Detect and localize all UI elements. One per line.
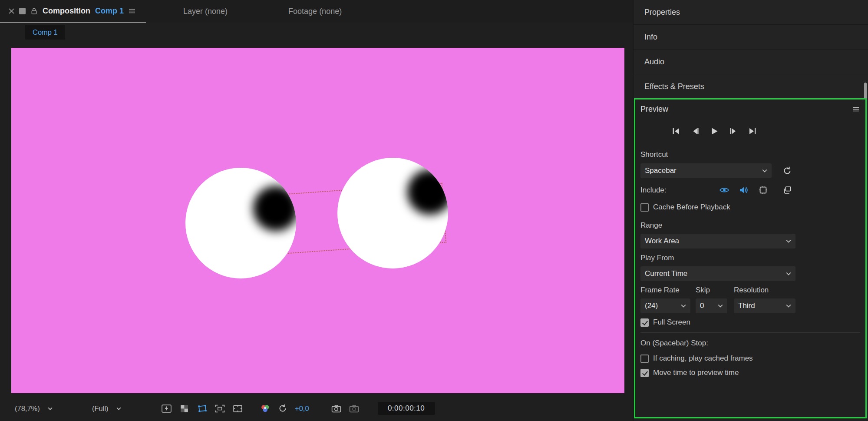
- viewer-toolbar: (78,7%) (Full): [11, 400, 624, 417]
- if-caching-checkbox[interactable]: [640, 355, 649, 363]
- reset-exposure-icon[interactable]: [277, 403, 288, 414]
- comp-tab[interactable]: Comp 1: [25, 25, 65, 40]
- after-effects-window: Composition Comp 1 Layer (none) Footage …: [0, 0, 868, 421]
- panel-properties[interactable]: Properties: [634, 0, 868, 25]
- resolution-dropdown[interactable]: (Full): [89, 404, 135, 413]
- preview-panel: Preview Sh: [634, 98, 867, 418]
- play-icon[interactable]: [710, 127, 719, 136]
- show-snapshot-icon[interactable]: [349, 403, 360, 414]
- pupil-right: [407, 169, 448, 215]
- lock-icon[interactable]: [30, 7, 38, 15]
- composition-canvas[interactable]: [11, 48, 624, 393]
- video-eye-icon[interactable]: [719, 185, 729, 195]
- go-to-end-icon[interactable]: [748, 127, 757, 136]
- chevron-down-icon: [786, 304, 791, 308]
- shortcut-dropdown[interactable]: Spacebar: [640, 163, 772, 178]
- on-stop-label: On (Spacebar) Stop:: [640, 339, 708, 348]
- pupil-left: [253, 186, 296, 231]
- menu-icon[interactable]: [129, 8, 135, 14]
- move-time-checkbox[interactable]: [640, 369, 649, 377]
- move-time-row[interactable]: Move time to preview time: [640, 368, 739, 377]
- fast-previews-icon[interactable]: [161, 403, 172, 414]
- transport-controls: [671, 127, 757, 136]
- tab-layer[interactable]: Layer (none): [183, 0, 228, 23]
- panel-info[interactable]: Info: [634, 25, 868, 50]
- previous-frame-icon[interactable]: [690, 127, 700, 136]
- preview-resolution-dropdown[interactable]: Third: [734, 298, 795, 313]
- play-from-label: Play From: [640, 254, 674, 262]
- go-to-start-icon[interactable]: [671, 127, 681, 136]
- resolution-label: Resolution: [734, 286, 769, 295]
- play-from-value: Current Time: [645, 269, 687, 278]
- exposure-value[interactable]: +0,0: [295, 404, 309, 413]
- panel-menu-icon[interactable]: [852, 106, 859, 112]
- overlays-icon[interactable]: [758, 185, 768, 195]
- move-time-label: Move time to preview time: [653, 368, 739, 377]
- skip-value: 0: [700, 302, 704, 310]
- audio-speaker-icon[interactable]: [739, 185, 748, 195]
- panel-icon: [19, 8, 26, 14]
- if-caching-row[interactable]: If caching, play cached frames: [640, 354, 753, 363]
- frame-rate-value: (24): [645, 302, 658, 310]
- chevron-down-icon: [718, 304, 723, 308]
- grid-guides-icon[interactable]: [232, 403, 243, 414]
- play-from-dropdown[interactable]: Current Time: [640, 266, 795, 281]
- transparency-grid-icon[interactable]: [178, 403, 190, 414]
- cache-before-playback-row[interactable]: Cache Before Playback: [640, 203, 730, 212]
- zoom-dropdown[interactable]: (78,7%): [11, 404, 66, 413]
- layers-icon[interactable]: [782, 185, 792, 195]
- show-channel-icon[interactable]: [259, 403, 271, 414]
- chevron-down-icon: [762, 169, 767, 172]
- region-of-interest-icon[interactable]: [214, 403, 225, 414]
- chevron-down-icon: [786, 239, 791, 243]
- tab-footage[interactable]: Footage (none): [288, 0, 342, 23]
- tab-composition-name: Comp 1: [95, 7, 124, 16]
- range-value: Work Area: [645, 237, 679, 245]
- chevron-down-icon: [48, 407, 53, 410]
- range-dropdown[interactable]: Work Area: [640, 234, 795, 249]
- shortcut-label: Shortcut: [640, 150, 668, 159]
- panel-audio[interactable]: Audio: [634, 50, 868, 74]
- range-label: Range: [640, 221, 662, 230]
- full-screen-label: Full Screen: [653, 318, 690, 327]
- mask-visibility-icon[interactable]: [196, 403, 208, 414]
- full-screen-row[interactable]: Full Screen: [640, 318, 690, 327]
- chevron-down-icon: [116, 407, 121, 410]
- chevron-down-icon: [786, 272, 791, 275]
- composition-viewer-panel: Composition Comp 1 Layer (none) Footage …: [0, 0, 633, 421]
- cache-before-playback-label: Cache Before Playback: [653, 203, 730, 212]
- viewer-tab-bar: Composition Comp 1 Layer (none) Footage …: [0, 0, 633, 23]
- frame-rate-dropdown[interactable]: (24): [640, 298, 690, 313]
- preview-resolution-value: Third: [738, 302, 755, 310]
- shortcut-value: Spacebar: [645, 166, 677, 175]
- if-caching-label: If caching, play cached frames: [653, 354, 753, 363]
- eye-shape-right: [337, 158, 448, 269]
- next-frame-icon[interactable]: [729, 127, 738, 136]
- zoom-value: (78,7%): [15, 404, 40, 413]
- skip-dropdown[interactable]: 0: [696, 298, 727, 313]
- cache-before-playback-checkbox[interactable]: [640, 203, 649, 212]
- tab-composition[interactable]: Composition Comp 1: [0, 0, 146, 23]
- timecode-display[interactable]: 0:00:00:10: [378, 402, 435, 415]
- frame-rate-label: Frame Rate: [640, 286, 680, 295]
- reset-icon[interactable]: [782, 166, 792, 176]
- divider: [640, 332, 860, 333]
- full-screen-checkbox[interactable]: [640, 318, 649, 327]
- snapshot-camera-icon[interactable]: [331, 403, 342, 414]
- skip-label: Skip: [696, 286, 710, 295]
- chevron-down-icon: [681, 304, 686, 308]
- panel-effects-presets[interactable]: Effects & Presets: [634, 74, 868, 99]
- eye-shape-left: [185, 168, 296, 278]
- right-sidebar: Properties Info Audio Effects & Presets …: [633, 0, 868, 421]
- preview-panel-title: Preview: [640, 105, 668, 114]
- tab-composition-label: Composition: [43, 7, 90, 16]
- scrollbar-thumb[interactable]: [864, 83, 867, 100]
- close-icon[interactable]: [9, 8, 14, 14]
- resolution-value: (Full): [92, 404, 109, 413]
- include-label: Include:: [640, 186, 667, 195]
